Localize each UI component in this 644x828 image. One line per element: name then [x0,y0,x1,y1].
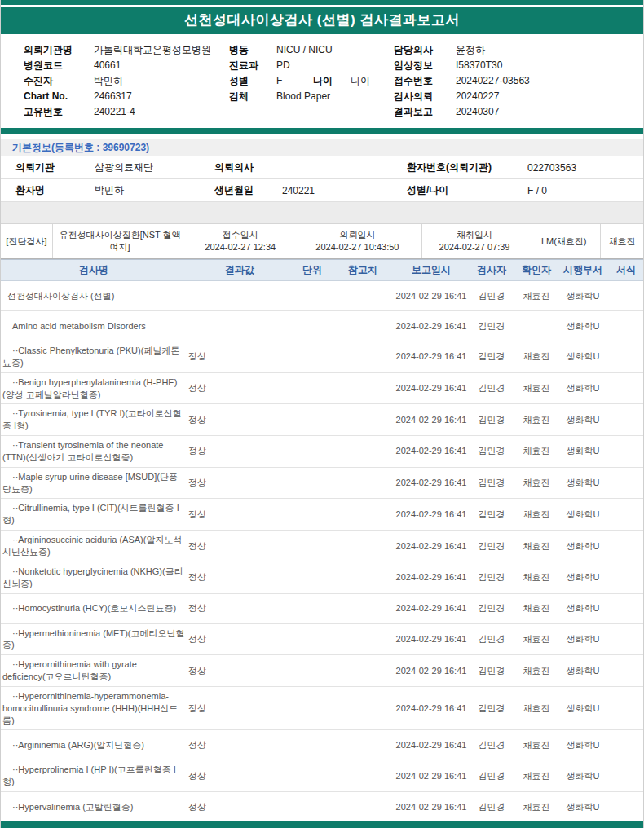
verifier-cell: 채효진 [514,593,558,623]
verifier-cell: 채효진 [514,562,558,593]
teal-divider [1,128,643,134]
form-cell [607,623,644,655]
result-value-cell: 정상 [187,436,293,468]
department-cell: 생화학U [558,792,607,822]
test-name-cell: ··Benign hyperphenylalaninemia (H-PHE)(양… [1,372,187,404]
info-value: Blood Paper [276,89,330,104]
results-header-row: 검사명결과값단위참고치보고일시검사자확인자시행부서서식 [1,260,644,281]
report-datetime-cell: 2024-02-29 16:41 [394,562,469,593]
info-value: 20240307 [456,104,499,120]
form-cell [607,792,644,822]
department-cell: 생화학U [558,372,607,404]
result-value-cell: 정상 [187,404,293,436]
reference-cell [332,436,394,468]
report-datetime-cell: 2024-02-29 16:41 [394,760,469,792]
tester-cell: 김민경 [469,281,514,311]
results-column-header: 참고치 [332,260,394,281]
report-datetime-cell: 2024-02-29 16:41 [394,311,469,341]
test-name-cell: ··Hypermethioninemia (MET)(고메티오닌혈증) [1,623,187,655]
exam-category-label: [진단검사] [6,236,46,248]
basic-info-section-title: 기본정보(등록번호 : 39690723) [1,139,643,156]
unit-cell [293,655,332,687]
unit-cell [293,593,332,623]
exam-collector-text: 채효진 [609,236,636,248]
report-datetime-cell: 2024-02-29 16:41 [394,623,469,655]
report-datetime-cell: 2024-02-29 16:41 [394,792,469,822]
basic-info-table: 의뢰기관삼광의료재단의뢰의사환자번호(의뢰기관)022703563환자명박민하생… [1,156,643,202]
result-row: ··Hyperornithinemia with gyrate deficien… [1,655,644,687]
info-label: 담당의사 [394,42,456,58]
results-column-header: 서식 [607,260,644,281]
form-cell [607,655,644,687]
result-row: ··Tyrosinemia, type I (TYR I)(고타이로신혈증 I형… [1,404,644,436]
department-cell: 생화학U [558,686,607,730]
unit-cell [293,792,332,822]
info-value: F [276,73,313,89]
tester-cell: 김민경 [469,341,514,373]
basic-info-value: 240221 [282,185,407,196]
reference-cell [332,760,394,792]
report-datetime-cell: 2024-02-29 16:41 [394,531,469,562]
info-label: 진료과 [229,58,276,73]
verifier-cell: 채효진 [514,531,558,562]
exam-collect: 채취일시 2024-02-27 07:39 [422,224,528,258]
result-value-cell: 정상 [187,760,293,792]
verifier-cell: 채효진 [514,341,558,373]
department-cell: 생화학U [558,562,607,593]
reference-cell [332,623,394,655]
info-row: 병동NICU / NICU [229,42,394,58]
info-row: 수진자박민하 [24,73,229,89]
unit-cell [293,531,332,562]
results-column-header: 확인자 [514,260,558,281]
reference-cell [332,467,394,499]
patient-info-col3: 담당의사윤정하임상정보I58370T30접수번호20240227-03563검사… [394,42,638,120]
tester-cell: 김민경 [469,686,514,730]
basic-info-value: 삼광의료재단 [95,161,214,174]
form-cell [607,760,644,792]
info-label: 병원코드 [24,58,94,73]
unit-cell [293,623,332,655]
result-row: ··Classic Phenylketonuria (PKU)(페닐케톤뇨증)정… [1,341,644,373]
result-value-cell [187,281,293,311]
unit-cell [293,467,332,499]
report-title: 선천성대사이상검사 (선별) 검사결과보고서 [1,7,643,34]
exam-lm-text: LM(채효진) [541,236,587,248]
info-row: 접수번호20240227-03563 [394,73,638,89]
exam-receipt: 접수일시 2024-02-27 12:34 [187,224,293,258]
info-label: 성별 [229,73,276,89]
patient-info-header: 의뢰기관명가톨릭대학교은평성모병원병원코드40661수진자박민하Chart No… [1,34,643,126]
form-cell [607,311,644,341]
tester-cell: 김민경 [469,593,514,623]
result-value-cell: 정상 [187,623,293,655]
report-datetime-cell: 2024-02-29 16:41 [394,404,469,436]
department-cell: 생화학U [558,499,607,531]
result-value-cell: 정상 [187,372,293,404]
info-row: 임상정보I58370T30 [394,58,638,73]
bottom-teal-strip [1,821,643,828]
results-body: 선천성대사이상검사 (선별)2024-02-29 16:41김민경채효진생화학U… [1,281,644,828]
form-cell [607,686,644,730]
verifier-cell: 채효진 [514,730,558,760]
exam-receipt-label: 접수일시 [223,229,258,241]
basic-info-value: F / 0 [527,185,547,196]
reference-cell [332,404,394,436]
patient-info-col1: 의뢰기관명가톨릭대학교은평성모병원병원코드40661수진자박민하Chart No… [24,42,229,120]
report-datetime-cell: 2024-02-29 16:41 [394,655,469,687]
exam-name-text: 유전성대사이상질환[NST 혈액여지] [56,229,184,253]
exam-request-label: 의뢰일시 [339,229,375,241]
info-row: 결과보고20240307 [394,104,638,120]
reference-cell [332,686,394,730]
unit-cell [293,499,332,531]
result-row: ··Transient tyrosinemia of the neonate (… [1,436,644,468]
verifier-cell: 채효진 [514,792,558,822]
info-label: 고유번호 [24,104,94,120]
result-value-cell: 정상 [187,499,293,531]
info-label: 병동 [229,42,276,58]
department-cell: 생화학U [558,531,607,562]
info-value: 2466317 [94,89,132,104]
tester-cell: 김민경 [469,499,514,531]
reference-cell [332,372,394,404]
verifier-cell: 채효진 [514,404,558,436]
exam-receipt-value: 2024-02-27 12:34 [205,241,276,253]
section-gap [1,202,643,224]
